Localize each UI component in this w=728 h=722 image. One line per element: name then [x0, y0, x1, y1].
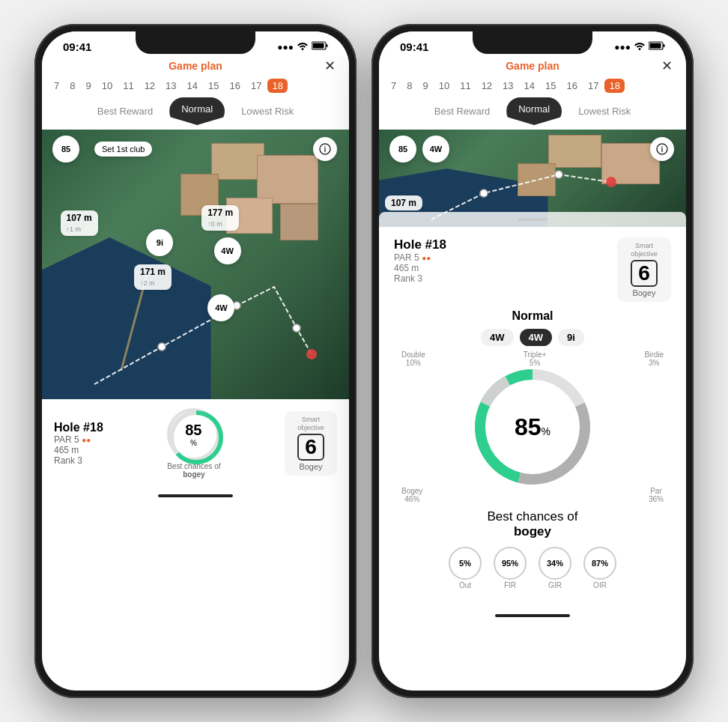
- map-right[interactable]: 85 4W i 107 m: [379, 130, 686, 227]
- svg-point-6: [306, 349, 317, 360]
- set-1st-club-btn[interactable]: Set 1st club: [94, 142, 152, 157]
- battery-icon: [312, 41, 328, 52]
- mode-best-reward-right[interactable]: Best Reward: [424, 101, 500, 121]
- best-chances-right: Best chances of bogey: [394, 509, 671, 539]
- header-left: Game plan ✕: [42, 56, 349, 79]
- svg-rect-13: [650, 43, 661, 49]
- tab-12-right[interactable]: 12: [477, 79, 497, 93]
- tab-18-right[interactable]: 18: [604, 79, 624, 93]
- game-plan-label-left: Game plan: [169, 60, 222, 72]
- mode-selector-left: Best Reward Normal Lowest Risk: [42, 93, 349, 130]
- smart-obj-left: Smartobjective 6 Bogey: [285, 411, 337, 476]
- smart-obj-bogey-left: Bogey: [292, 462, 330, 471]
- battery-icon-right: [649, 41, 665, 52]
- stat-label-fir: FIR: [494, 581, 527, 589]
- tab-8-right[interactable]: 8: [402, 79, 416, 93]
- tab-11-left[interactable]: 11: [118, 79, 138, 93]
- tab-14-right[interactable]: 14: [520, 79, 539, 93]
- tab-12-left[interactable]: 12: [140, 79, 160, 93]
- club-chip-9i[interactable]: 9i: [558, 329, 584, 346]
- stat-gir: 34% GIR: [539, 547, 571, 589]
- tab-7-right[interactable]: 7: [386, 79, 401, 93]
- tab-13-left[interactable]: 13: [161, 79, 181, 93]
- dist-177-left: 177 m↑0 m: [201, 205, 239, 231]
- par-left: PAR 5 ●●: [54, 434, 103, 445]
- club-chip-4w-1[interactable]: 4W: [481, 329, 514, 346]
- stat-circle-out: 5%: [449, 547, 482, 580]
- tab-10-left[interactable]: 10: [97, 79, 117, 93]
- hole-info-left: Hole #18 PAR 5 ●● 465 m Rank 3: [54, 421, 103, 466]
- tab-10-right[interactable]: 10: [434, 79, 454, 93]
- club-chip-4w-2[interactable]: 4W: [520, 329, 553, 346]
- tab-7-left[interactable]: 7: [49, 79, 64, 93]
- rank-left: Rank 3: [54, 455, 103, 466]
- tab-17-right[interactable]: 17: [583, 79, 603, 93]
- wifi-icon-right: [634, 41, 646, 52]
- hole-tabs-right: 7 8 9 10 11 12 13 14 15 16 17 18: [379, 79, 686, 93]
- wifi-icon: [297, 41, 309, 52]
- close-button-right[interactable]: ✕: [661, 58, 673, 74]
- tab-14-left[interactable]: 14: [183, 79, 202, 93]
- tab-9-left[interactable]: 9: [81, 79, 95, 93]
- close-button-left[interactable]: ✕: [324, 58, 336, 74]
- mode-normal-right[interactable]: Normal: [506, 97, 562, 125]
- tab-16-right[interactable]: 16: [562, 79, 582, 93]
- aerial-map-right: 85 4W i 107 m: [379, 130, 686, 227]
- tab-9-right[interactable]: 9: [418, 79, 432, 93]
- time-right: 09:41: [400, 40, 428, 53]
- normal-title: Normal: [394, 309, 671, 323]
- smart-obj-right: Smartobjective 6 Bogey: [617, 237, 671, 302]
- header-right: Game plan ✕: [379, 56, 686, 79]
- dist-107-left: 107 m↑1 m: [61, 210, 98, 236]
- tab-17-left[interactable]: 17: [246, 79, 266, 93]
- stat-label-oir: OIR: [583, 581, 616, 589]
- info-icon-right[interactable]: i: [650, 137, 674, 161]
- dist-107-right: 107 m: [385, 195, 422, 210]
- phone-left: 09:41 ●●● Game plan ✕ 7 8: [34, 24, 357, 698]
- tab-11-right[interactable]: 11: [455, 79, 475, 93]
- svg-point-3: [158, 343, 166, 351]
- svg-point-15: [555, 171, 562, 178]
- svg-text:i: i: [661, 145, 664, 154]
- tab-18-left[interactable]: 18: [267, 79, 287, 93]
- phone-right-inner: 09:41 ●●● Game plan ✕ 7 8: [379, 31, 686, 691]
- phone-right: 09:41 ●●● Game plan ✕ 7 8: [371, 24, 694, 698]
- stat-value-out: 5%: [459, 559, 471, 568]
- phone-left-inner: 09:41 ●●● Game plan ✕ 7 8: [42, 31, 349, 691]
- stat-circle-gir: 34%: [539, 547, 571, 580]
- map-left[interactable]: 85 Set 1st club i 107 m↑1 m: [42, 130, 349, 399]
- mode-lowest-risk-left[interactable]: Lowest Risk: [231, 101, 304, 121]
- stat-circle-fir: 95%: [494, 547, 527, 580]
- smart-obj-number-left: 6: [297, 434, 324, 461]
- stat-label-out: Out: [449, 581, 482, 589]
- tab-8-left[interactable]: 8: [65, 79, 79, 93]
- tab-13-right[interactable]: 13: [498, 79, 518, 93]
- par-right: PAR 5 ●●: [394, 252, 446, 263]
- smart-obj-number-right: 6: [631, 260, 658, 287]
- info-icon-left[interactable]: i: [313, 137, 337, 161]
- tab-15-right[interactable]: 15: [541, 79, 560, 93]
- mode-normal-left[interactable]: Normal: [169, 97, 225, 125]
- tab-16-left[interactable]: 16: [225, 79, 245, 93]
- map-drawer-right[interactable]: [379, 212, 686, 227]
- donut-mid: 85%: [394, 360, 671, 494]
- tab-15-left[interactable]: 15: [204, 79, 223, 93]
- stat-value-oir: 87%: [592, 559, 608, 568]
- score-circle-left: 85 %: [167, 408, 219, 461]
- drawer-handle-right: [518, 218, 547, 221]
- signal-icon-right: ●●●: [614, 42, 631, 52]
- score-badge-map-left: 85: [52, 136, 79, 163]
- phones-container: 09:41 ●●● Game plan ✕ 7 8: [34, 24, 694, 698]
- hole-name-right: Hole #18: [394, 237, 446, 252]
- clubs-row: 4W 4W 9i: [394, 329, 671, 346]
- stat-label-gir: GIR: [539, 581, 571, 589]
- stat-value-gir: 34%: [547, 559, 563, 568]
- mode-best-reward-left[interactable]: Best Reward: [87, 101, 163, 121]
- score-section-left: 85 % Best chances of bogey: [167, 408, 220, 479]
- smart-obj-bogey-right: Bogey: [625, 288, 664, 297]
- stat-oir: 87% OIR: [583, 547, 616, 589]
- mode-lowest-risk-right[interactable]: Lowest Risk: [568, 101, 641, 121]
- donut-chart: 85%: [465, 360, 600, 494]
- svg-text:i: i: [324, 145, 327, 154]
- donut-pct: 85: [515, 413, 542, 440]
